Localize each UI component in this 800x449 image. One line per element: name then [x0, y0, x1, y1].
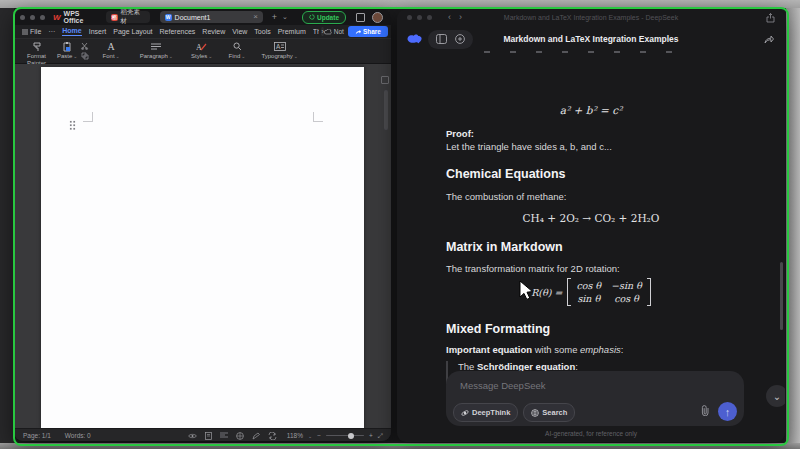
deepseek-header: Markdown and LaTeX Integration Examples [397, 26, 785, 52]
message-composer[interactable]: Message DeepSeek DeepThink Search ↑ [446, 371, 744, 426]
scroll-to-bottom-button[interactable]: ⌄ [766, 385, 785, 407]
tab-list-chevron-icon[interactable]: ⌄ [282, 13, 288, 21]
matrix-intro: The transformation matrix for 2D rotatio… [446, 263, 736, 275]
menu-tools[interactable]: Tools [254, 28, 270, 35]
wps-app-name: WPS Office [64, 10, 98, 24]
ruler-toggle-icon[interactable] [381, 76, 389, 84]
share-chat-icon[interactable] [764, 34, 774, 44]
minimize-traffic-light[interactable] [30, 15, 35, 20]
desktop-strip-top [0, 0, 800, 8]
paste-icon [62, 41, 72, 52]
update-button[interactable]: Update [302, 11, 346, 24]
account-avatar[interactable] [372, 12, 383, 23]
matrix-heading: Matrix in Markdown [446, 239, 736, 255]
zoom-level[interactable]: 118% [287, 432, 303, 439]
document-page[interactable] [41, 67, 364, 428]
font-icon: A [108, 41, 115, 52]
format-painter-button[interactable]: FormatPainter [27, 41, 46, 67]
matrix-left-bracket [567, 278, 571, 306]
wps-ribbon: FormatPainter Paste⌄ A Font⌄ Paragra [14, 39, 391, 64]
deepthink-icon [461, 409, 469, 417]
send-button[interactable]: ↑ [718, 402, 737, 421]
matrix-right-bracket [647, 278, 651, 306]
menu-home[interactable]: Home [62, 27, 81, 36]
zoom-out-button[interactable]: − [317, 432, 321, 439]
menu-more[interactable]: ⋯ [48, 28, 55, 36]
zoom-slider[interactable] [326, 435, 364, 437]
chat-scrollbar[interactable] [780, 262, 783, 330]
document-canvas [14, 64, 391, 428]
wps-app-tab[interactable]: W WPS Office [53, 10, 98, 24]
zoom-preset-chevron-icon[interactable]: ⌄ [308, 433, 312, 439]
print-layout-icon[interactable] [205, 432, 212, 440]
cloud-sync-status[interactable]: Not [324, 28, 344, 35]
paragraph-drag-handle[interactable] [69, 120, 76, 131]
find-menu-button[interactable]: Find⌄ [229, 41, 246, 59]
globe-icon [531, 409, 539, 417]
desktop-strip-right [786, 8, 800, 449]
document-scrollbar[interactable] [384, 90, 388, 130]
hamburger-icon [22, 29, 28, 35]
fullscreen-icon[interactable]: ⤢ [378, 432, 383, 440]
styles-menu-button[interactable]: A Styles⌄ [191, 41, 213, 59]
mixed-formatting-heading: Mixed Formatting [446, 321, 736, 337]
rotation-matrix-equation: R(θ) = cos θ −sin θ sin θ cos θ [446, 278, 736, 306]
menu-premium[interactable]: Premium [278, 28, 306, 35]
typography-menu-button[interactable]: A Typography⌄ [261, 41, 298, 59]
margin-mark-top-right [313, 112, 323, 122]
chemical-equations-heading: Chemical Equations [446, 166, 736, 182]
send-arrow-icon: ↑ [725, 406, 731, 418]
menu-view[interactable]: View [232, 28, 247, 35]
zoom-traffic-light[interactable] [40, 15, 45, 20]
wps-window-buttons [356, 12, 383, 23]
menu-file[interactable]: File [22, 28, 41, 35]
material-tab-label: 稻壳素材 [121, 9, 145, 26]
new-tab-button[interactable]: + [272, 12, 277, 22]
menu-page-layout[interactable]: Page Layout [113, 28, 152, 35]
close-tab-icon[interactable]: × [253, 13, 258, 21]
cloud-icon [324, 29, 332, 35]
cut-icon[interactable] [81, 42, 89, 50]
clipped-table-row [484, 51, 689, 53]
typography-icon: A [274, 41, 286, 52]
search-toggle[interactable]: Search [523, 403, 575, 422]
search-icon [233, 41, 242, 52]
pen-edit-icon[interactable] [252, 432, 260, 440]
refresh-icon [309, 14, 315, 20]
outline-view-icon[interactable] [220, 432, 228, 439]
menu-thesis[interactable]: Thesis A [313, 28, 320, 35]
word-count[interactable]: Words: 0 [65, 432, 91, 439]
matrix-cells: cos θ −sin θ sin θ cos θ [576, 278, 641, 306]
close-traffic-light[interactable] [20, 15, 25, 20]
menu-references[interactable]: References [160, 28, 196, 35]
wps-status-bar: Page: 1/1 Words: 0 [14, 428, 391, 441]
page-count[interactable]: Page: 1/1 [23, 432, 51, 439]
menu-insert[interactable]: Insert [89, 28, 107, 35]
eye-icon[interactable] [188, 433, 197, 439]
chat-title: Markdown and LaTeX Integration Examples [397, 34, 785, 44]
web-layout-icon[interactable] [236, 432, 244, 440]
menu-review[interactable]: Review [202, 28, 225, 35]
update-label: Update [317, 14, 339, 21]
copy-icon[interactable] [81, 52, 89, 60]
attach-file-icon[interactable] [701, 405, 710, 416]
svg-text:A: A [276, 43, 281, 50]
message-input[interactable]: Message DeepSeek [460, 380, 546, 391]
tab-material[interactable]: 稻 稻壳素材 [106, 11, 150, 23]
deepthink-toggle[interactable]: DeepThink [453, 403, 518, 422]
deepseek-window: Markdown and LaTeX Integration Examples … [397, 9, 785, 442]
share-button[interactable]: Share [348, 26, 388, 37]
zoom-slider-knob[interactable] [348, 433, 354, 439]
paste-button[interactable]: Paste⌄ [57, 41, 78, 59]
share-arrow-icon [355, 29, 361, 35]
font-menu-button[interactable]: A Font⌄ [103, 41, 120, 59]
zoom-in-button[interactable]: + [369, 432, 373, 439]
disclaimer-text: AI-generated, for reference only [397, 430, 785, 437]
proof-text: Let the triangle have sides a, b, and c.… [446, 141, 736, 153]
paragraph-icon [151, 41, 161, 52]
paragraph-menu-button[interactable]: Paragraph⌄ [140, 41, 173, 59]
macos-share-icon[interactable] [766, 13, 775, 23]
tab-document1[interactable]: W Document1 × [160, 11, 263, 23]
restore-window-icon[interactable] [356, 13, 365, 22]
find-replace-icon[interactable] [268, 432, 277, 440]
